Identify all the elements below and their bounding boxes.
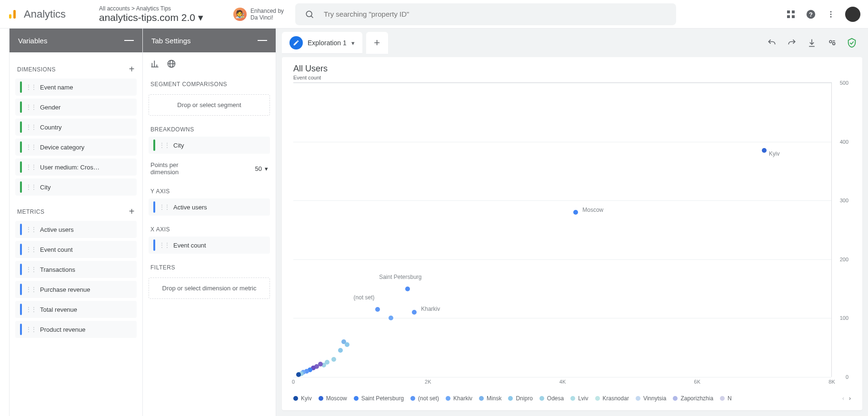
svg-point-21 xyxy=(833,42,835,45)
data-point[interactable] xyxy=(412,310,417,315)
tab-settings-title: Tab Settings xyxy=(151,37,191,45)
data-point[interactable] xyxy=(405,287,410,291)
breakdowns-label: BREAKDOWNS xyxy=(150,126,194,133)
dimension-chip[interactable]: ⋮⋮City xyxy=(15,178,137,196)
chart-card: All Users Event count 0100200300400500Ky… xyxy=(282,57,862,410)
segment-comparisons-label: SEGMENT COMPARISONS xyxy=(150,81,227,88)
metric-chip[interactable]: ⋮⋮Event count xyxy=(15,241,137,258)
tab-name: Exploration 1 xyxy=(308,39,347,47)
metric-chip[interactable]: ⋮⋮Transactions xyxy=(15,261,137,278)
chevron-down-icon[interactable]: ▾ xyxy=(351,40,355,47)
davinci-badge[interactable]: 🧑‍🎨 Enhanced by Da Vinci! xyxy=(227,8,290,21)
collapse-icon[interactable] xyxy=(258,40,267,41)
xaxis-chip[interactable]: ⋮⋮Event count xyxy=(149,237,270,254)
undo-icon[interactable] xyxy=(766,37,778,49)
property-name: analytics-tips.com 2.0 xyxy=(99,12,195,23)
svg-point-20 xyxy=(829,40,832,43)
add-metric-button[interactable]: + xyxy=(129,206,135,217)
points-per-dimension: Points per dimension 50▾ xyxy=(149,157,270,180)
metric-chip[interactable]: ⋮⋮Active users xyxy=(15,221,137,238)
legend-item[interactable]: Odesa xyxy=(539,395,564,402)
user-avatar[interactable] xyxy=(845,7,860,22)
data-point[interactable] xyxy=(331,357,336,362)
dimension-chip[interactable]: ⋮⋮Device category xyxy=(15,139,137,156)
metric-chip[interactable]: ⋮⋮Purchase revenue xyxy=(15,281,137,298)
svg-rect-5 xyxy=(792,10,795,13)
add-dimension-button[interactable]: + xyxy=(129,64,135,75)
logo-area: Analytics xyxy=(8,8,93,20)
search-bar[interactable] xyxy=(295,3,676,25)
variables-title: Variables xyxy=(18,37,47,45)
search-input[interactable] xyxy=(324,10,667,18)
legend-prev-icon[interactable]: ‹ xyxy=(842,395,844,402)
legend-next-icon[interactable]: › xyxy=(849,395,851,402)
nav-rail xyxy=(0,29,10,416)
breadcrumb: All accounts > Analytics Tips xyxy=(99,5,221,12)
pencil-icon xyxy=(289,36,303,50)
collapse-icon[interactable] xyxy=(124,40,134,41)
scatter-plot[interactable]: 0100200300400500KyivMoscowSaint Petersbu… xyxy=(293,82,851,390)
dimension-chip[interactable]: ⋮⋮User medium: Cros… xyxy=(15,158,137,176)
legend-item[interactable]: Saint Petersburg xyxy=(354,395,404,402)
dimension-chip[interactable]: ⋮⋮Event name xyxy=(15,79,137,96)
exploration-tab[interactable]: Exploration 1 ▾ xyxy=(282,32,362,54)
shield-check-icon[interactable] xyxy=(846,37,858,49)
dimension-chip[interactable]: ⋮⋮Country xyxy=(15,119,137,136)
legend-item[interactable]: Dnipro xyxy=(508,395,532,402)
svg-point-10 xyxy=(830,11,832,12)
apps-icon[interactable] xyxy=(785,9,797,20)
metrics-header: METRICS + xyxy=(15,198,137,221)
metric-chip[interactable]: ⋮⋮Product revenue xyxy=(15,321,137,338)
add-tab-button[interactable]: + xyxy=(366,32,388,54)
legend-item[interactable]: Minsk xyxy=(479,395,501,402)
svg-rect-0 xyxy=(9,14,11,19)
help-icon[interactable]: ? xyxy=(805,9,817,20)
canvas-area: Exploration 1 ▾ + All Users Event count … xyxy=(276,29,868,416)
points-per-select[interactable]: 50▾ xyxy=(255,165,268,172)
svg-rect-4 xyxy=(787,10,790,13)
kebab-menu-icon[interactable] xyxy=(825,9,837,20)
property-selector[interactable]: All accounts > Analytics Tips analytics-… xyxy=(93,5,227,23)
svg-point-11 xyxy=(830,13,832,15)
data-point[interactable] xyxy=(296,372,301,377)
data-point[interactable] xyxy=(338,348,343,353)
davinci-avatar-icon: 🧑‍🎨 xyxy=(233,8,247,21)
svg-rect-7 xyxy=(792,15,795,18)
segment-dropzone[interactable]: Drop or select segment xyxy=(149,94,270,116)
share-icon[interactable] xyxy=(826,37,838,49)
legend-item[interactable]: Vinnytsia xyxy=(636,395,666,402)
dimension-chip[interactable]: ⋮⋮Gender xyxy=(15,99,137,116)
exploration-tabs: Exploration 1 ▾ + xyxy=(276,29,868,57)
y-axis-label: Event count xyxy=(293,75,851,80)
breakdown-chip-city[interactable]: ⋮⋮City xyxy=(149,137,270,154)
data-point[interactable] xyxy=(345,342,349,347)
legend-item[interactable]: Krasnodar xyxy=(595,395,629,402)
bar-chart-icon[interactable] xyxy=(150,59,160,69)
metric-chip[interactable]: ⋮⋮Total revenue xyxy=(15,301,137,318)
legend: KyivMoscowSaint Petersburg(not set)Khark… xyxy=(293,390,851,406)
data-point[interactable] xyxy=(573,210,578,215)
data-point[interactable] xyxy=(389,316,393,320)
chevron-down-icon: ▾ xyxy=(198,12,203,23)
download-icon[interactable] xyxy=(806,37,818,49)
data-point[interactable] xyxy=(375,307,380,312)
data-point-label: (not set) xyxy=(354,294,375,301)
redo-icon[interactable] xyxy=(786,37,798,49)
data-point[interactable] xyxy=(762,148,767,153)
legend-item[interactable]: Lviv xyxy=(570,395,588,402)
legend-item[interactable]: N xyxy=(720,395,732,402)
search-icon xyxy=(305,10,314,19)
yaxis-chip[interactable]: ⋮⋮Active users xyxy=(149,198,270,216)
svg-rect-6 xyxy=(787,15,790,18)
legend-item[interactable]: Kyiv xyxy=(293,395,312,402)
data-point-label: Moscow xyxy=(582,207,603,213)
legend-item[interactable]: (not set) xyxy=(410,395,439,402)
legend-item[interactable]: Kharkiv xyxy=(446,395,472,402)
app-header: Analytics All accounts > Analytics Tips … xyxy=(0,0,868,29)
dimensions-header: DIMENSIONS + xyxy=(15,56,137,79)
legend-item[interactable]: Zaporizhzhia xyxy=(673,395,713,402)
legend-item[interactable]: Moscow xyxy=(319,395,347,402)
filter-dropzone[interactable]: Drop or select dimension or metric xyxy=(149,277,270,299)
analytics-logo-icon xyxy=(8,9,19,20)
globe-icon[interactable] xyxy=(167,59,176,69)
